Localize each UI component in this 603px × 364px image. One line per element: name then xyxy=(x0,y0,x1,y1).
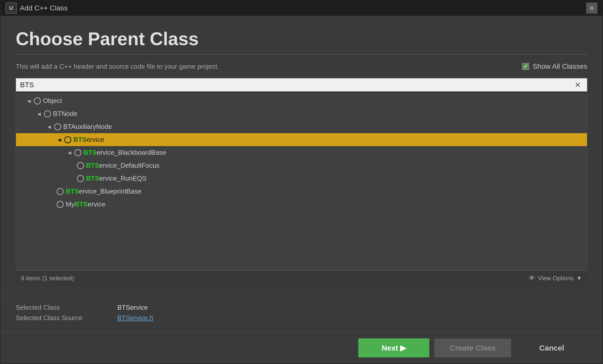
tree-item-btservice-blackboardbase[interactable]: ◀ BTService_BlackboardBase xyxy=(16,146,587,159)
next-arrow-icon: ▶ xyxy=(400,344,406,352)
class-tree[interactable]: ◀ Object ◀ BTNode ◀ BTAuxiliaryNode ◀ xyxy=(16,94,587,270)
label-post: ervice_BlackboardBase xyxy=(97,149,166,156)
search-clear-button[interactable]: ✕ xyxy=(573,80,583,89)
selected-source-row: Selected Class Source BTService.h xyxy=(16,314,587,322)
tree-label: BTService_RunEQS xyxy=(86,175,146,182)
tree-item-btservice-defaultfocus[interactable]: BTService_DefaultFocus xyxy=(16,159,587,172)
tree-item-btservice-blueprintbase[interactable]: BTService_BlueprintBase xyxy=(16,185,587,198)
arrow-icon: ◀ xyxy=(67,150,72,155)
selected-class-value: BTService xyxy=(117,304,148,311)
highlight-text: BTS xyxy=(86,162,99,169)
label-post: ervice xyxy=(87,136,104,143)
tree-item-btnode[interactable]: ◀ BTNode xyxy=(16,107,587,120)
tree-label: BTService_BlueprintBase xyxy=(66,187,141,195)
arrow-icon: ◀ xyxy=(36,111,42,117)
highlight-text: BTS xyxy=(66,187,79,195)
tree-label: BTNode xyxy=(53,110,77,118)
show-all-checkbox[interactable]: ✓ xyxy=(522,63,529,70)
view-options-label: View Options xyxy=(538,275,574,282)
tree-item-object[interactable]: ◀ Object xyxy=(16,94,587,107)
tree-item-btservice[interactable]: ◀ BTService xyxy=(16,133,587,146)
label-pre: My xyxy=(66,200,75,208)
label-post: ervice_RunEQS xyxy=(99,175,146,182)
main-window: U Add C++ Class ✕ Choose Parent Class Th… xyxy=(0,0,603,364)
tree-item-mybtservice[interactable]: MyBTService xyxy=(16,198,587,211)
ue-logo: U xyxy=(6,3,17,14)
class-circle-icon xyxy=(74,149,82,156)
create-class-button: Create Class xyxy=(434,339,511,357)
highlight-text: BTS xyxy=(75,200,88,208)
cancel-button[interactable]: Cancel xyxy=(516,339,587,357)
page-title: Choose Parent Class xyxy=(16,28,587,49)
class-circle-icon xyxy=(57,188,64,195)
tree-item-btauxiliarynode[interactable]: ◀ BTAuxiliaryNode xyxy=(16,120,587,133)
selected-class-row: Selected Class BTService xyxy=(16,304,587,311)
class-circle-icon xyxy=(34,97,41,105)
class-circle-icon xyxy=(77,175,84,182)
class-circle-icon xyxy=(54,123,61,130)
selected-class-label: Selected Class xyxy=(16,304,107,311)
selected-source-value[interactable]: BTService.h xyxy=(117,314,153,322)
bottom-info: Selected Class BTService Selected Class … xyxy=(1,296,602,332)
items-count: 9 items (1 selected) xyxy=(21,275,74,282)
tree-label: BTService_BlackboardBase xyxy=(84,149,166,157)
close-button[interactable]: ✕ xyxy=(586,3,597,14)
chevron-down-icon: ▼ xyxy=(576,275,582,282)
subtitle-text: This will add a C++ header and source co… xyxy=(16,63,219,71)
status-bar: 9 items (1 selected) 👁 View Options ▼ xyxy=(16,270,587,286)
label-post: ervice xyxy=(88,200,105,208)
selected-source-label: Selected Class Source xyxy=(16,314,107,322)
divider xyxy=(16,54,587,55)
search-bar: ✕ xyxy=(16,78,587,92)
tree-label: BTAuxiliaryNode xyxy=(63,123,112,131)
window-title: Add C++ Class xyxy=(20,4,68,12)
content-area: Choose Parent Class This will add a C++ … xyxy=(1,16,602,296)
highlight-text: BTS xyxy=(84,149,97,156)
title-bar: U Add C++ Class ✕ xyxy=(1,1,602,16)
subtitle-row: This will add a C++ header and source co… xyxy=(16,62,587,71)
highlight-text: BTS xyxy=(86,175,99,182)
class-circle-icon xyxy=(57,201,64,208)
tree-label: BTService_DefaultFocus xyxy=(86,162,159,169)
search-input[interactable] xyxy=(20,81,573,89)
class-circle-icon xyxy=(77,162,84,169)
view-options-button[interactable]: 👁 View Options ▼ xyxy=(529,274,582,282)
arrow-icon: ◀ xyxy=(57,137,62,143)
class-circle-icon xyxy=(64,136,71,143)
show-all-row[interactable]: ✓ Show All Classes xyxy=(522,62,587,71)
buttons-row: Next ▶ Create Class Cancel xyxy=(1,332,602,363)
label-post: ervice_DefaultFocus xyxy=(99,162,159,169)
title-bar-left: U Add C++ Class xyxy=(6,3,68,14)
show-all-label: Show All Classes xyxy=(533,62,587,71)
tree-item-btservice-runeqs[interactable]: BTService_RunEQS xyxy=(16,172,587,185)
tree-label: Object xyxy=(43,97,62,105)
checkbox-check-icon: ✓ xyxy=(524,63,528,70)
tree-label: BTService xyxy=(73,136,104,144)
highlight-text: BTS xyxy=(73,136,87,143)
tree-label: MyBTService xyxy=(66,200,105,208)
class-circle-icon xyxy=(44,110,51,117)
eye-icon: 👁 xyxy=(529,274,535,282)
label-post: ervice_BlueprintBase xyxy=(79,187,141,195)
arrow-icon: ◀ xyxy=(46,124,52,130)
arrow-icon: ◀ xyxy=(26,98,32,104)
next-button[interactable]: Next ▶ xyxy=(358,338,429,357)
